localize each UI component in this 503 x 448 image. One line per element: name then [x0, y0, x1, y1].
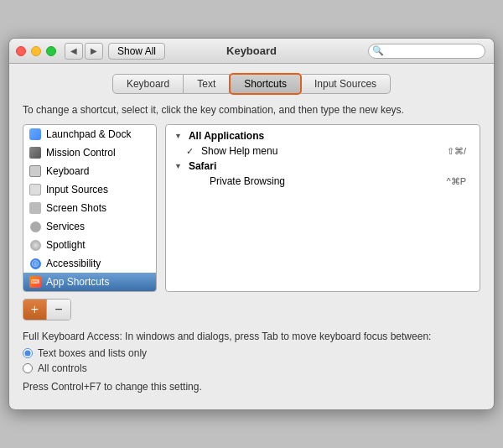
services-icon: [29, 220, 42, 233]
sidebar-item-mission[interactable]: Mission Control: [23, 143, 156, 162]
full-keyboard-description: Full Keyboard Access: In windows and dia…: [23, 331, 480, 342]
spotlight-icon: [29, 238, 42, 252]
remove-shortcut-button[interactable]: −: [47, 300, 70, 320]
search-icon: 🔍: [372, 45, 384, 56]
tree-row-private-browsing[interactable]: ✓ Private Browsing ^⌘P: [169, 174, 476, 189]
sidebar-label-mission: Mission Control: [46, 147, 116, 159]
radio-all-controls-input[interactable]: [23, 363, 33, 373]
add-remove-bar: + −: [23, 299, 480, 320]
sidebar-label-services: Services: [46, 221, 85, 232]
sidebar-label-appshortcuts: App Shortcuts: [46, 276, 109, 288]
tab-input-sources[interactable]: Input Sources: [301, 74, 391, 94]
sidebar-item-appshortcuts[interactable]: ⌨ App Shortcuts: [23, 273, 156, 291]
sidebar-item-spotlight[interactable]: Spotlight: [23, 236, 156, 254]
sidebar-label-accessibility: Accessibility: [46, 258, 101, 269]
radio-text-boxes-input[interactable]: [23, 348, 33, 358]
search-input[interactable]: [368, 44, 485, 59]
radio-all-controls[interactable]: All controls: [23, 362, 480, 374]
section-safari-label: Safari: [189, 160, 216, 172]
radio-text-boxes[interactable]: Text boxes and lists only: [23, 347, 480, 359]
main-area: Launchpad & Dock Mission Control Keyboar…: [23, 124, 480, 292]
tab-keyboard[interactable]: Keyboard: [112, 74, 184, 94]
sidebar-label-screenshots: Screen Shots: [46, 202, 106, 214]
sidebar-item-keyboard[interactable]: Keyboard: [23, 162, 156, 180]
keyboard-window: ◀ ▶ Show All Keyboard 🔍 Keyboard Text Sh…: [8, 38, 495, 410]
footer-note: Press Control+F7 to change this setting.: [23, 381, 480, 393]
search-box: 🔍: [368, 44, 485, 59]
shortcut-private-browsing: ^⌘P: [447, 176, 467, 187]
left-panel: Launchpad & Dock Mission Control Keyboar…: [23, 124, 157, 292]
triangle-safari: ▼: [174, 162, 182, 170]
sidebar-label-input: Input Sources: [46, 184, 108, 195]
section-all-apps[interactable]: ▼ All Applications: [169, 128, 476, 143]
minimize-button[interactable]: [31, 46, 41, 56]
sidebar-item-screenshots[interactable]: Screen Shots: [23, 199, 156, 217]
screenshots-icon: [29, 201, 42, 215]
forward-button[interactable]: ▶: [85, 43, 103, 60]
traffic-lights: [16, 46, 56, 56]
sidebar-label-launchpad: Launchpad & Dock: [46, 128, 131, 140]
radio-all-controls-label: All controls: [38, 362, 87, 374]
show-all-button[interactable]: Show All: [108, 43, 165, 60]
triangle-all-apps: ▼: [174, 132, 182, 140]
launchpad-icon: [29, 128, 42, 141]
right-panel: ▼ All Applications ✓ Show Help menu ⇧⌘/ …: [165, 124, 480, 292]
add-remove-buttons: + −: [23, 299, 71, 320]
window-title: Keyboard: [226, 44, 277, 57]
titlebar: ◀ ▶ Show All Keyboard 🔍: [9, 39, 494, 64]
content-area: Keyboard Text Shortcuts Input Sources To…: [9, 64, 494, 409]
back-button[interactable]: ◀: [65, 43, 83, 60]
sidebar-item-services[interactable]: Services: [23, 217, 156, 236]
tab-shortcuts[interactable]: Shortcuts: [229, 73, 302, 95]
maximize-button[interactable]: [46, 46, 56, 56]
accessibility-icon: ⓘ: [29, 257, 42, 270]
section-safari[interactable]: ▼ Safari: [169, 159, 476, 174]
check-show-help: ✓: [186, 146, 198, 157]
tree-row-show-help[interactable]: ✓ Show Help menu ⇧⌘/: [169, 143, 476, 159]
add-shortcut-button[interactable]: +: [23, 300, 47, 320]
sidebar-item-launchpad[interactable]: Launchpad & Dock: [23, 125, 156, 143]
mission-icon: [29, 146, 42, 159]
close-button[interactable]: [16, 46, 26, 56]
tab-text[interactable]: Text: [184, 74, 230, 94]
sidebar-item-accessibility[interactable]: ⓘ Accessibility: [23, 254, 156, 273]
shortcut-show-help: ⇧⌘/: [447, 146, 466, 157]
footer-section: Full Keyboard Access: In windows and dia…: [23, 331, 480, 393]
appshortcuts-icon: ⌨: [29, 275, 42, 289]
section-all-apps-label: All Applications: [189, 130, 264, 142]
label-show-help: Show Help menu: [201, 145, 277, 157]
input-icon: [29, 183, 42, 196]
sidebar-item-input[interactable]: Input Sources: [23, 180, 156, 199]
label-private-browsing: Private Browsing: [210, 175, 285, 187]
keyboard-icon: [29, 164, 42, 178]
shortcuts-description: To change a shortcut, select it, click t…: [23, 104, 480, 116]
radio-text-boxes-label: Text boxes and lists only: [38, 347, 147, 359]
sidebar-label-keyboard: Keyboard: [46, 165, 89, 177]
radio-group: Text boxes and lists only All controls: [23, 347, 480, 374]
sidebar-label-spotlight: Spotlight: [46, 239, 86, 251]
tabs-bar: Keyboard Text Shortcuts Input Sources: [23, 74, 480, 94]
nav-buttons: ◀ ▶: [65, 43, 103, 60]
